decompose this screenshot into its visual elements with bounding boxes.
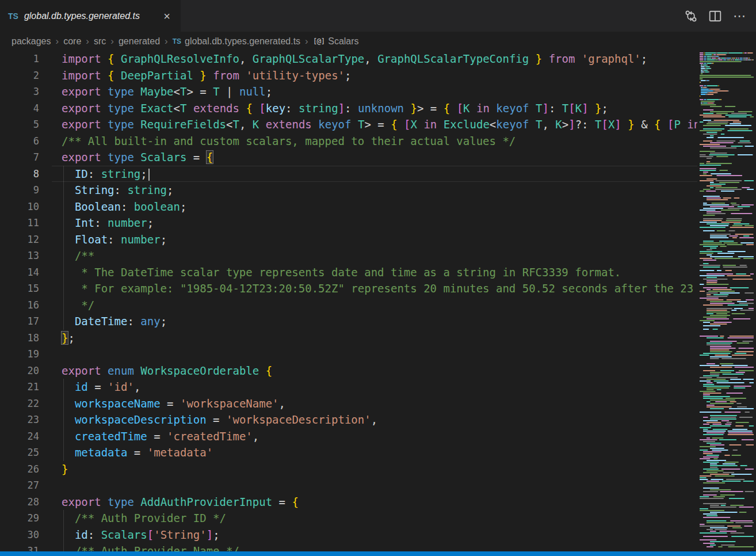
code-line-4[interactable]: 4export type Exact<T extends { [key: str… <box>0 100 697 117</box>
breadcrumb-separator: › <box>56 36 59 47</box>
text-cursor <box>148 169 150 181</box>
line-number[interactable]: 4 <box>0 100 52 117</box>
line-number[interactable]: 21 <box>0 379 52 395</box>
line-number[interactable]: 26 <box>0 461 52 478</box>
code-line-14[interactable]: 14 * The DateTime scalar type represents… <box>0 264 697 281</box>
code-text: import { GraphQLResolveInfo, GraphQLScal… <box>52 51 697 67</box>
code-line-16[interactable]: 16 */ <box>0 297 697 314</box>
line-number[interactable]: 28 <box>0 494 52 511</box>
line-number[interactable]: 30 <box>0 527 52 543</box>
code-line-25[interactable]: 25 metadata = 'metadata' <box>0 444 697 461</box>
code-line-7[interactable]: 7export type Scalars = { <box>0 149 697 166</box>
line-number[interactable]: 14 <box>0 264 52 281</box>
code-text: * The DateTime scalar type represents da… <box>52 264 697 281</box>
code-line-30[interactable]: 30 id: Scalars['String']; <box>0 527 697 543</box>
code-line-17[interactable]: 17 DateTime: any; <box>0 313 697 330</box>
code-text: * For example: "1985-04-12T23:20:50.52Z"… <box>52 280 697 297</box>
line-number[interactable]: 24 <box>0 428 52 445</box>
code-line-28[interactable]: 28export type AddAuthProviderInput = { <box>0 494 697 511</box>
code-line-1[interactable]: 1import { GraphQLResolveInfo, GraphQLSca… <box>0 51 697 67</box>
code-line-20[interactable]: 20export enum WorkspaceOrderable { <box>0 363 697 379</box>
line-number[interactable]: 29 <box>0 510 52 527</box>
line-number[interactable]: 1 <box>0 51 52 67</box>
line-number[interactable]: 8 <box>0 166 52 182</box>
tab-title: global.db.types.generated.ts <box>24 11 140 21</box>
split-editor-icon[interactable] <box>708 9 723 24</box>
code-text: /** Auth Provider Name */ <box>52 543 697 551</box>
code-line-31[interactable]: 31 /** Auth Provider Name */ <box>0 543 697 551</box>
line-number[interactable]: 19 <box>0 346 52 363</box>
line-number[interactable]: 22 <box>0 395 52 412</box>
line-number[interactable]: 13 <box>0 247 52 264</box>
code-line-29[interactable]: 29 /** Auth Provider ID */ <box>0 510 697 527</box>
tab-global-db-types-generated[interactable]: TS global.db.types.generated.ts × <box>0 0 181 32</box>
code-line-6[interactable]: 6/** All built-in and custom scalars, ma… <box>0 133 697 150</box>
line-number[interactable]: 25 <box>0 444 52 461</box>
line-number[interactable]: 12 <box>0 231 52 248</box>
code-text: export type Maybe<T> = T | null; <box>52 83 697 100</box>
line-number[interactable]: 23 <box>0 412 52 428</box>
breadcrumb-item-generated[interactable]: generated <box>119 36 160 47</box>
line-number[interactable]: 15 <box>0 280 52 297</box>
code-text: workspaceName = 'workspaceName', <box>52 395 697 412</box>
code-line-22[interactable]: 22 workspaceName = 'workspaceName', <box>0 395 697 412</box>
code-line-11[interactable]: 11 Int: number; <box>0 215 697 231</box>
code-text: export type Exact<T extends { [key: stri… <box>52 100 697 117</box>
code-line-10[interactable]: 10 Boolean: boolean; <box>0 199 697 215</box>
more-actions-icon[interactable]: ⋯ <box>732 9 747 24</box>
code-text: createdTime = 'createdTime', <box>52 428 697 445</box>
breadcrumb-item-src[interactable]: src <box>94 36 106 47</box>
code-line-23[interactable]: 23 workspaceDescription = 'workspaceDesc… <box>0 412 697 428</box>
line-number[interactable]: 20 <box>0 363 52 379</box>
code-line-27[interactable]: 27 <box>0 477 697 494</box>
breadcrumb-label: src <box>94 36 106 47</box>
breadcrumb-item-scalars[interactable]: [@]Scalars <box>313 36 359 47</box>
open-changes-icon[interactable] <box>684 9 698 24</box>
breadcrumb: packages›core›src›generated›TSglobal.db.… <box>0 32 756 51</box>
code-line-24[interactable]: 24 createdTime = 'createdTime', <box>0 428 697 445</box>
line-number[interactable]: 9 <box>0 182 52 199</box>
code-text: import { DeepPartial } from 'utility-typ… <box>52 67 697 84</box>
code-line-5[interactable]: 5export type RequireFields<T, K extends … <box>0 116 697 133</box>
code-line-19[interactable]: 19 <box>0 346 697 363</box>
minimap-content <box>697 51 756 551</box>
code-line-12[interactable]: 12 Float: number; <box>0 231 697 248</box>
code-text: id = 'id', <box>52 379 697 395</box>
line-number[interactable]: 16 <box>0 297 52 314</box>
code-text: Int: number; <box>52 215 697 231</box>
breadcrumb-item-packages[interactable]: packages <box>12 36 51 47</box>
line-number[interactable]: 6 <box>0 133 52 150</box>
line-number[interactable]: 3 <box>0 83 52 100</box>
code-line-21[interactable]: 21 id = 'id', <box>0 379 697 395</box>
code-line-3[interactable]: 3export type Maybe<T> = T | null; <box>0 83 697 100</box>
breadcrumb-item-core[interactable]: core <box>63 36 81 47</box>
breadcrumb-label: global.db.types.generated.ts <box>185 36 300 47</box>
code-text: Float: number; <box>52 231 697 248</box>
minimap[interactable] <box>697 51 756 551</box>
tab-close-icon[interactable]: × <box>161 9 173 23</box>
line-number[interactable]: 31 <box>0 543 52 551</box>
line-number[interactable]: 27 <box>0 477 52 494</box>
code-text: } <box>52 461 697 478</box>
line-number[interactable]: 2 <box>0 67 52 84</box>
code-line-15[interactable]: 15 * For example: "1985-04-12T23:20:50.5… <box>0 280 697 297</box>
line-number[interactable]: 5 <box>0 116 52 133</box>
code-text <box>52 346 697 363</box>
code-editor[interactable]: 1import { GraphQLResolveInfo, GraphQLSca… <box>0 51 697 551</box>
code-text: }; <box>52 330 697 346</box>
line-number[interactable]: 10 <box>0 199 52 215</box>
code-text: /** <box>52 247 697 264</box>
line-number[interactable]: 7 <box>0 149 52 166</box>
code-line-2[interactable]: 2import { DeepPartial } from 'utility-ty… <box>0 67 697 84</box>
line-number[interactable]: 18 <box>0 330 52 346</box>
breadcrumb-item-global-db-types-generated-ts[interactable]: TSglobal.db.types.generated.ts <box>173 36 300 47</box>
line-number[interactable]: 17 <box>0 313 52 330</box>
code-text: Boolean: boolean; <box>52 199 697 215</box>
code-line-26[interactable]: 26} <box>0 461 697 478</box>
code-line-18[interactable]: 18}; <box>0 330 697 346</box>
line-number[interactable]: 11 <box>0 215 52 231</box>
code-line-9[interactable]: 9 String: string; <box>0 182 697 199</box>
breadcrumb-label: Scalars <box>328 36 358 47</box>
code-line-13[interactable]: 13 /** <box>0 247 697 264</box>
code-line-8[interactable]: 8 ID: string; <box>0 166 697 182</box>
